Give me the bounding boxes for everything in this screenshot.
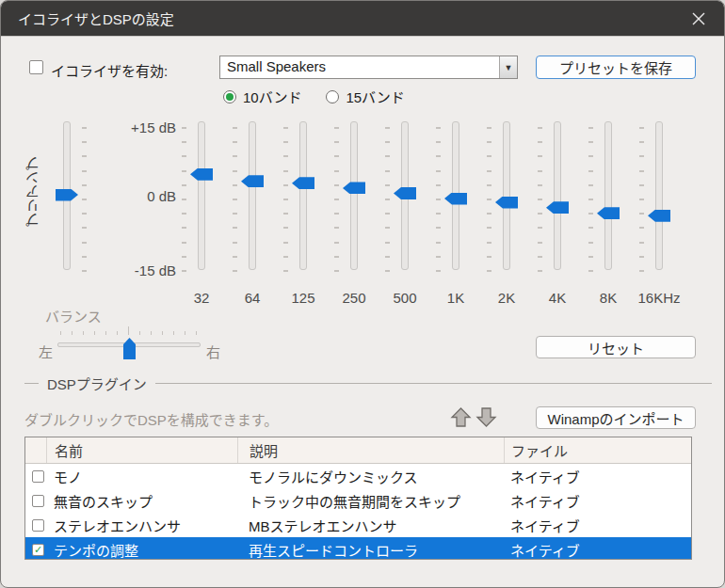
preamp-slider-handle[interactable] [56,189,78,201]
band-slider-125-handle[interactable] [292,177,314,189]
tick [639,199,644,200]
tick [436,170,441,172]
tick [385,270,390,272]
cell-description: トラック中の無音期間をスキップ [237,491,504,511]
band-slider-64-track[interactable] [249,121,256,270]
tick [385,227,390,229]
save-preset-button[interactable]: プリセットを保存 [536,56,696,79]
tick [639,155,644,157]
tick [233,155,237,157]
band-slider-125-track[interactable] [299,121,307,270]
band-slider-4K-track[interactable] [554,121,561,270]
header-name[interactable]: 名前 [46,437,237,463]
dsp-section-title: DSPプラグイン [47,373,147,393]
table-header: 名前 説明 ファイル [25,437,691,464]
tick [639,227,644,229]
radio-dot-10-band [226,93,234,101]
radio-10-band[interactable]: 10バンド [223,87,301,106]
balance-label: バランス [45,306,102,326]
tick [385,256,390,258]
equalizer-dsp-dialog: イコライザとDSPの設定 イコライザを有効: Small Speakers ▼ … [0,0,725,588]
dsp-plugin-table: 名前 説明 ファイル モノモノラルにダウンミックスネイティブ無音のスキップトラッ… [24,437,692,560]
equalizer-enable-label: イコライザを有効: [51,60,168,80]
preset-select[interactable]: Small Speakers ▼ [219,56,518,79]
balance-tick [151,331,152,335]
cell-description: モノラルにダウンミックス [237,467,504,486]
table-row[interactable]: 無音のスキップトラック中の無音期間をスキップネイティブ [25,488,691,513]
tick [385,213,390,215]
dialog-body: イコライザを有効: Small Speakers ▼ プリセットを保存 10バン… [1,36,724,587]
band-slider-2K [478,121,535,270]
close-icon[interactable] [690,10,707,27]
balance-tick [60,331,61,335]
radio-15-band[interactable]: 15バンド [326,87,404,106]
tick [334,270,339,272]
band-slider-500-handle[interactable] [394,187,416,199]
tick [487,141,491,143]
balance-tick [105,331,106,335]
row-checkbox-cell [25,470,46,483]
band-slider-250-handle[interactable] [343,182,365,194]
row-checkbox[interactable] [32,519,44,532]
radio-circle-10-band[interactable] [223,90,236,103]
band-slider-2K-handle[interactable] [495,197,518,209]
tick [588,213,593,215]
band-slider-16KHz-track[interactable] [655,121,663,270]
band-slider-4K-handle[interactable] [546,201,569,214]
balance-handle[interactable] [123,338,136,359]
table-row[interactable]: ✓テンポの調整再生スピードコントローラネイティブ [25,537,691,560]
band-slider-16KHz-handle[interactable] [648,210,670,222]
row-checkbox[interactable] [32,470,44,483]
header-description[interactable]: 説明 [237,437,504,463]
reset-button[interactable]: リセット [536,336,696,358]
group-line-right [155,383,712,384]
row-checkbox[interactable]: ✓ [32,544,44,556]
band-slider-250-track[interactable] [350,121,358,270]
tick [182,141,186,143]
tick [182,213,186,215]
tick [283,270,288,272]
tick [487,213,491,215]
tick [538,270,542,272]
balance-tick [196,331,197,335]
table-row[interactable]: ステレオエンハンサMBステレオエンハンサネイティブ [25,513,691,537]
band-slider-32-handle[interactable] [190,168,213,181]
equalizer-enable-checkbox[interactable] [29,60,43,74]
tick [82,155,87,157]
band-slider-8K-track[interactable] [604,121,612,270]
tick [588,170,593,172]
row-checkbox[interactable] [32,495,44,507]
tick [182,256,186,258]
winamp-import-button[interactable]: Winampのインポート [536,406,696,429]
tick [82,227,87,229]
band-slider-32-track[interactable] [198,121,205,270]
tick [82,127,87,129]
tick [588,184,593,186]
band-slider-1K-handle[interactable] [444,193,467,205]
balance-right-label: 右 [206,342,220,361]
band-slider-250 [326,121,382,270]
band-slider-2K-track[interactable] [503,121,510,270]
band-label-4K: 4K [529,290,586,306]
balance-tick [173,331,174,335]
band-label-64: 64 [224,290,281,306]
tick [82,170,87,172]
band-slider-64-handle[interactable] [241,175,264,187]
table-row[interactable]: モノモノラルにダウンミックスネイティブ [25,464,691,488]
header-file[interactable]: ファイル [504,437,691,463]
tick [639,170,644,172]
move-up-icon[interactable] [450,406,472,428]
move-down-icon[interactable] [475,406,497,428]
tick [334,256,339,258]
cell-file: ネイティブ [504,540,691,560]
tick [639,242,644,244]
radio-circle-15-band[interactable] [326,90,339,103]
titlebar[interactable]: イコライザとDSPの設定 [1,1,724,36]
cell-name: モノ [46,467,237,486]
tick [334,141,339,143]
tick [436,141,441,143]
balance-tick [185,331,185,335]
dropdown-arrow-icon[interactable]: ▼ [499,56,517,78]
band-slider-8K-handle[interactable] [597,207,620,219]
tick [385,184,390,186]
